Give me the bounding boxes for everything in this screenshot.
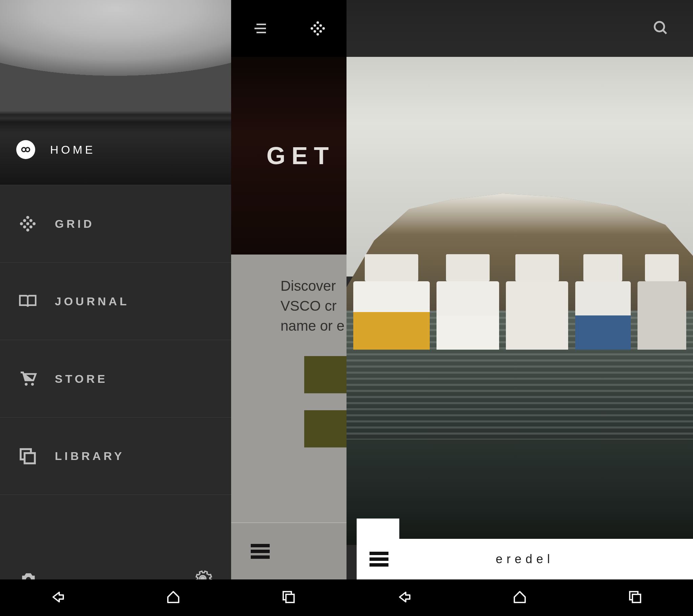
home-icon — [16, 140, 35, 159]
svg-point-6 — [26, 223, 29, 226]
drawer-item-label: GRID — [55, 217, 94, 231]
body-line: VSCO cr — [280, 296, 346, 316]
phone1-hero: GET — [231, 57, 346, 254]
search-icon[interactable] — [652, 19, 669, 38]
book-open-icon — [18, 292, 37, 311]
android-navbar — [346, 579, 693, 616]
drawer-list: GRID JOURNAL STORE LIBRARY — [0, 185, 231, 543]
recent-apps-icon[interactable] — [627, 589, 643, 607]
svg-point-27 — [319, 30, 322, 33]
phone1-hero-title: GET — [243, 142, 335, 170]
svg-point-26 — [313, 30, 316, 33]
stack-icon — [18, 447, 37, 466]
drawer-item-library[interactable]: LIBRARY — [0, 417, 231, 495]
drawer-hero: HOME — [0, 0, 231, 185]
drawer-home-label: HOME — [50, 143, 95, 156]
svg-rect-34 — [632, 594, 640, 602]
svg-point-4 — [29, 219, 33, 222]
body-line: name or e — [280, 316, 346, 336]
svg-point-8 — [23, 226, 26, 229]
grid-diamond-icon — [18, 214, 37, 233]
hamburger-icon[interactable] — [370, 552, 389, 566]
svg-point-22 — [319, 24, 322, 27]
svg-point-24 — [316, 27, 319, 30]
body-line: Discover — [280, 276, 346, 296]
hamburger-icon[interactable] — [251, 544, 270, 559]
caption-notch — [357, 519, 399, 539]
phone1-content: GET Discover VSCO cr name or e — [231, 0, 346, 616]
phone1-topbar — [231, 0, 346, 57]
phone1-body: Discover VSCO cr name or e — [231, 254, 346, 523]
feed-photo[interactable] — [346, 57, 693, 545]
drawer-item-label: STORE — [55, 372, 108, 385]
menu-lines-icon[interactable] — [246, 18, 273, 39]
svg-rect-14 — [25, 453, 35, 463]
phone1-button[interactable] — [304, 356, 346, 393]
svg-point-25 — [322, 27, 324, 30]
grid-diamond-icon[interactable] — [304, 18, 331, 39]
svg-point-5 — [20, 223, 23, 226]
drawer-item-store[interactable]: STORE — [0, 340, 231, 417]
svg-point-29 — [655, 22, 664, 32]
home-outline-icon[interactable] — [512, 589, 528, 607]
svg-point-28 — [316, 33, 319, 36]
svg-point-23 — [311, 27, 313, 30]
drawer-item-journal[interactable]: JOURNAL — [0, 262, 231, 340]
svg-point-11 — [25, 383, 27, 385]
home-outline-icon[interactable] — [165, 589, 181, 607]
drawer-home-item[interactable]: HOME — [16, 140, 95, 159]
phone1-body-text: Discover VSCO cr name or e — [231, 254, 346, 336]
drawer-item-label: LIBRARY — [55, 449, 124, 463]
cart-icon — [18, 369, 37, 388]
back-icon[interactable] — [50, 589, 66, 607]
recent-apps-icon[interactable] — [280, 589, 297, 607]
phone1-bottom-bar — [231, 523, 346, 579]
drawer-item-label: JOURNAL — [55, 295, 129, 308]
phone2-topbar — [346, 0, 693, 57]
phone2: eredel — [346, 0, 693, 616]
phone1-button[interactable] — [304, 410, 346, 447]
svg-point-10 — [26, 229, 29, 231]
svg-point-2 — [26, 216, 29, 219]
svg-point-3 — [23, 219, 26, 222]
phone2-caption-bar: eredel — [357, 539, 693, 579]
username-label[interactable]: eredel — [496, 552, 554, 566]
drawer-item-grid[interactable]: GRID — [0, 185, 231, 262]
android-navbar — [0, 579, 346, 616]
nav-drawer: HOME GRID JOURNAL — [0, 0, 231, 616]
svg-point-12 — [31, 383, 34, 385]
svg-line-30 — [663, 30, 666, 34]
svg-rect-32 — [286, 594, 294, 602]
back-icon[interactable] — [396, 589, 413, 607]
svg-point-7 — [33, 223, 36, 226]
svg-point-9 — [29, 226, 33, 229]
svg-point-21 — [313, 24, 316, 27]
svg-point-20 — [316, 21, 319, 24]
